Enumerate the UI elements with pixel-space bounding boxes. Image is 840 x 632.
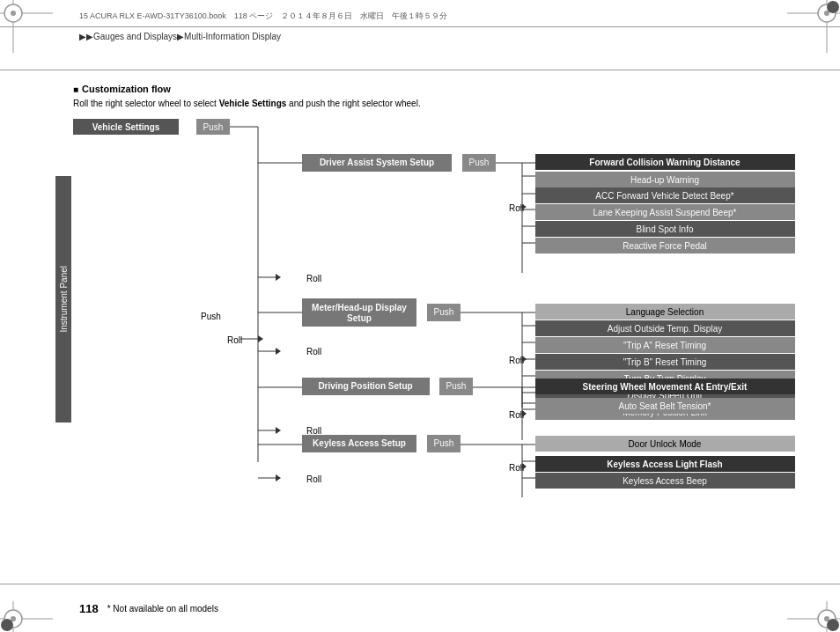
svg-text:Blind Spot Info: Blind Spot Info xyxy=(636,224,693,234)
svg-text:Steering Wheel Movement At Ent: Steering Wheel Movement At Entry/Exit xyxy=(583,382,748,392)
svg-text:Roll: Roll xyxy=(227,335,242,345)
svg-text:Vehicle Settings: Vehicle Settings xyxy=(92,122,160,132)
svg-text:"Trip A" Reset Timing: "Trip A" Reset Timing xyxy=(623,341,706,350)
intro-text: Roll the right selector wheel to select … xyxy=(73,99,767,108)
svg-text:Push: Push xyxy=(434,438,454,448)
svg-marker-130 xyxy=(276,474,281,481)
svg-marker-67 xyxy=(276,274,281,281)
svg-text:Roll: Roll xyxy=(306,274,321,283)
breadcrumb: ▶▶Gauges and Displays▶Multi-Information … xyxy=(79,32,281,41)
svg-marker-115 xyxy=(522,410,527,417)
svg-text:Roll: Roll xyxy=(509,410,524,420)
svg-text:Forward Collision Warning Dist: Forward Collision Warning Distance xyxy=(589,158,741,167)
footer: 118 * Not available on all models xyxy=(0,584,840,632)
intro-prefix: Roll the right selector wheel to select xyxy=(73,99,219,108)
flow-svg: Vehicle Settings Push Push Roll Driver A… xyxy=(73,119,802,497)
svg-text:Driving Position Setup: Driving Position Setup xyxy=(318,381,412,391)
section-title: Customization flow xyxy=(73,84,767,94)
svg-text:Lane Keeping Assist Suspend Be: Lane Keeping Assist Suspend Beep* xyxy=(593,208,737,217)
svg-text:Setup: Setup xyxy=(347,313,372,323)
svg-marker-36 xyxy=(258,335,263,342)
svg-text:Keyless Access Beep: Keyless Access Beep xyxy=(623,476,707,486)
svg-text:Roll: Roll xyxy=(306,426,321,436)
svg-text:Head-up Warning: Head-up Warning xyxy=(630,175,699,185)
svg-text:Push: Push xyxy=(469,158,490,167)
intro-bold: Vehicle Settings xyxy=(219,99,287,108)
main-content: Customization flow Roll the right select… xyxy=(55,70,785,584)
header-line xyxy=(0,26,840,27)
svg-marker-134 xyxy=(522,463,527,470)
svg-text:Auto Seat Belt Tension*: Auto Seat Belt Tension* xyxy=(619,401,711,411)
svg-text:Keyless Access Setup: Keyless Access Setup xyxy=(313,438,406,448)
svg-text:Push: Push xyxy=(201,312,221,321)
svg-marker-77 xyxy=(276,348,281,355)
flow-diagram: Vehicle Settings Push Push Roll Driver A… xyxy=(73,119,767,497)
svg-text:Adjust Outside Temp. Display: Adjust Outside Temp. Display xyxy=(608,324,722,334)
svg-text:Push: Push xyxy=(434,307,454,317)
header: 15 ACURA RLX E-AWD-31TY36100.book 118 ペー… xyxy=(0,0,840,70)
svg-text:Roll: Roll xyxy=(509,463,524,473)
intro-suffix: and push the right selector wheel. xyxy=(286,99,420,108)
svg-text:Push: Push xyxy=(446,381,467,391)
svg-text:"Trip B" Reset Timing: "Trip B" Reset Timing xyxy=(623,357,707,367)
svg-text:Driver Assist System Setup: Driver Assist System Setup xyxy=(320,158,434,167)
svg-text:Roll: Roll xyxy=(509,356,524,365)
svg-text:ACC Forward Vehicle Detect Bee: ACC Forward Vehicle Detect Beep* xyxy=(595,191,733,201)
svg-marker-46 xyxy=(522,204,527,209)
svg-text:Roll: Roll xyxy=(509,203,524,213)
svg-text:Reactive Force Pedal: Reactive Force Pedal xyxy=(623,241,707,251)
svg-text:Meter/Head-up Display: Meter/Head-up Display xyxy=(312,303,407,312)
file-info: 15 ACURA RLX E-AWD-31TY36100.book 118 ペー… xyxy=(79,11,447,22)
svg-text:Door Unlock Mode: Door Unlock Mode xyxy=(629,439,702,449)
svg-text:Language Selection: Language Selection xyxy=(626,307,704,317)
footer-note: * Not available on all models xyxy=(107,604,218,614)
svg-marker-111 xyxy=(276,427,281,434)
svg-text:Roll: Roll xyxy=(306,474,321,484)
svg-text:Keyless Access Light Flash: Keyless Access Light Flash xyxy=(607,459,722,469)
svg-text:Roll: Roll xyxy=(306,347,321,356)
section-title-text: Customization flow xyxy=(82,84,171,94)
page-number: 118 xyxy=(79,602,99,615)
svg-text:Push: Push xyxy=(203,122,224,132)
